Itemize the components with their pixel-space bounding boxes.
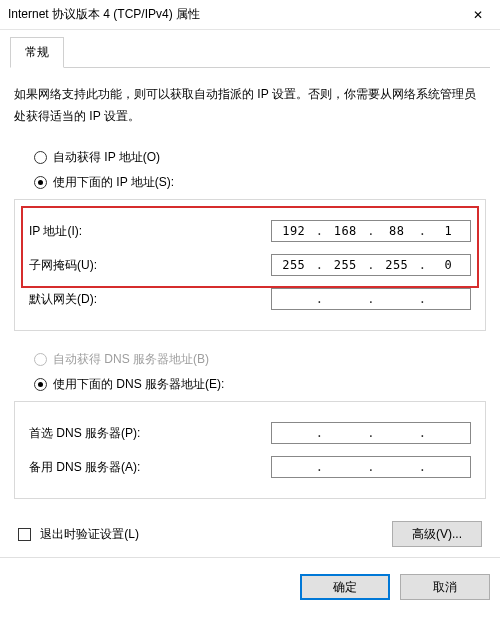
preferred-dns-label: 首选 DNS 服务器(P): bbox=[29, 425, 219, 442]
radio-manual-dns-label: 使用下面的 DNS 服务器地址(E): bbox=[53, 376, 224, 393]
radio-manual-ip-row[interactable]: 使用下面的 IP 地址(S): bbox=[10, 170, 490, 195]
window-title: Internet 协议版本 4 (TCP/IPv4) 属性 bbox=[8, 6, 200, 23]
radio-icon bbox=[34, 353, 47, 366]
alternate-dns-row: 备用 DNS 服务器(A): . . . bbox=[25, 450, 475, 484]
radio-auto-dns-row: 自动获得 DNS 服务器地址(B) bbox=[10, 347, 490, 372]
dot-icon: . bbox=[367, 258, 375, 272]
close-button[interactable]: ✕ bbox=[455, 0, 500, 30]
ok-button[interactable]: 确定 bbox=[300, 574, 390, 600]
dot-icon: . bbox=[316, 460, 324, 474]
subnet-mask-input[interactable]: 255. 255. 255. 0 bbox=[271, 254, 471, 276]
dns-group: 首选 DNS 服务器(P): . . . 备用 DNS 服务器(A): . . … bbox=[14, 401, 486, 499]
radio-manual-dns-row[interactable]: 使用下面的 DNS 服务器地址(E): bbox=[10, 372, 490, 397]
subnet-mask-row: 子网掩码(U): 255. 255. 255. 0 bbox=[25, 248, 475, 282]
gateway-input[interactable]: . . . bbox=[271, 288, 471, 310]
dot-icon: . bbox=[419, 460, 427, 474]
preferred-dns-input[interactable]: . . . bbox=[271, 422, 471, 444]
description-text: 如果网络支持此功能，则可以获取自动指派的 IP 设置。否则，你需要从网络系统管理… bbox=[10, 84, 490, 145]
ip-octet[interactable]: 255 bbox=[328, 258, 362, 272]
radio-manual-ip-label: 使用下面的 IP 地址(S): bbox=[53, 174, 174, 191]
ip-address-input[interactable]: 192. 168. 88. 1 bbox=[271, 220, 471, 242]
checkbox-icon bbox=[18, 528, 31, 541]
dot-icon: . bbox=[419, 292, 427, 306]
ip-address-label: IP 地址(I): bbox=[29, 223, 219, 240]
cancel-button[interactable]: 取消 bbox=[400, 574, 490, 600]
dot-icon: . bbox=[367, 460, 375, 474]
ip-octet[interactable]: 168 bbox=[328, 224, 362, 238]
advanced-row: 退出时验证设置(L) 高级(V)... bbox=[10, 515, 490, 547]
dot-icon: . bbox=[419, 426, 427, 440]
dot-icon: . bbox=[367, 426, 375, 440]
radio-icon bbox=[34, 151, 47, 164]
radio-auto-ip-label: 自动获得 IP 地址(O) bbox=[53, 149, 160, 166]
gateway-row: 默认网关(D): . . . bbox=[25, 282, 475, 316]
dialog-button-bar: 确定 取消 bbox=[0, 557, 500, 610]
tabstrip: 常规 bbox=[10, 36, 490, 68]
validate-label: 退出时验证设置(L) bbox=[40, 527, 139, 541]
radio-auto-dns-label: 自动获得 DNS 服务器地址(B) bbox=[53, 351, 209, 368]
alternate-dns-label: 备用 DNS 服务器(A): bbox=[29, 459, 219, 476]
ip-octet[interactable]: 192 bbox=[277, 224, 311, 238]
dot-icon: . bbox=[367, 224, 375, 238]
radio-icon bbox=[34, 378, 47, 391]
dot-icon: . bbox=[367, 292, 375, 306]
ip-octet[interactable]: 0 bbox=[431, 258, 465, 272]
ip-octet[interactable]: 1 bbox=[431, 224, 465, 238]
dot-icon: . bbox=[316, 292, 324, 306]
dot-icon: . bbox=[316, 224, 324, 238]
preferred-dns-row: 首选 DNS 服务器(P): . . . bbox=[25, 416, 475, 450]
dot-icon: . bbox=[316, 426, 324, 440]
dialog-content: 常规 如果网络支持此功能，则可以获取自动指派的 IP 设置。否则，你需要从网络系… bbox=[0, 30, 500, 547]
ip-octet[interactable]: 88 bbox=[380, 224, 414, 238]
dot-icon: . bbox=[316, 258, 324, 272]
ip-address-row: IP 地址(I): 192. 168. 88. 1 bbox=[25, 214, 475, 248]
radio-auto-ip-row[interactable]: 自动获得 IP 地址(O) bbox=[10, 145, 490, 170]
dot-icon: . bbox=[419, 258, 427, 272]
gateway-label: 默认网关(D): bbox=[29, 291, 219, 308]
alternate-dns-input[interactable]: . . . bbox=[271, 456, 471, 478]
subnet-mask-label: 子网掩码(U): bbox=[29, 257, 219, 274]
ip-group: IP 地址(I): 192. 168. 88. 1 子网掩码(U): 255. … bbox=[14, 199, 486, 331]
advanced-button[interactable]: 高级(V)... bbox=[392, 521, 482, 547]
ip-octet[interactable]: 255 bbox=[277, 258, 311, 272]
validate-checkbox-row[interactable]: 退出时验证设置(L) bbox=[18, 526, 139, 543]
tab-general[interactable]: 常规 bbox=[10, 37, 64, 68]
titlebar: Internet 协议版本 4 (TCP/IPv4) 属性 ✕ bbox=[0, 0, 500, 30]
close-icon: ✕ bbox=[473, 8, 483, 22]
radio-icon bbox=[34, 176, 47, 189]
ip-octet[interactable]: 255 bbox=[380, 258, 414, 272]
dot-icon: . bbox=[419, 224, 427, 238]
